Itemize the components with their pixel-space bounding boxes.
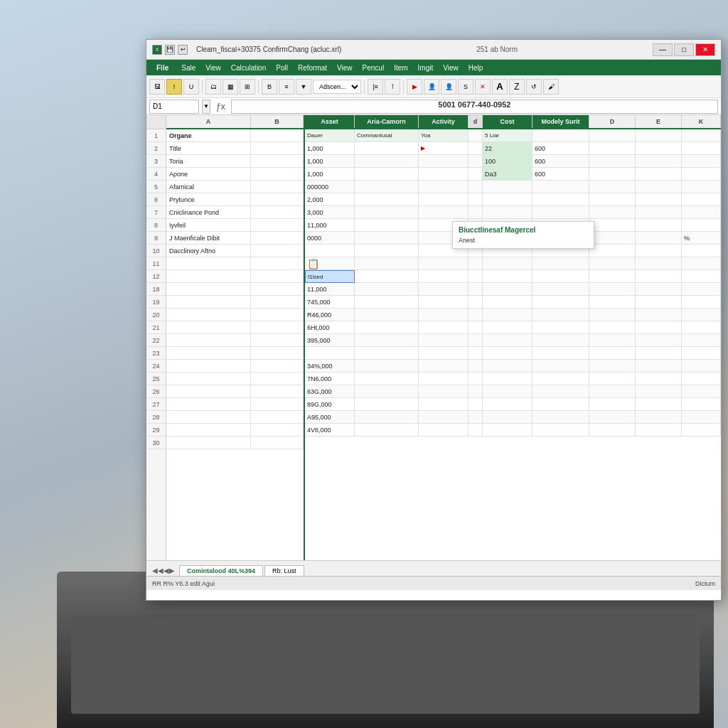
cell-k12[interactable] xyxy=(682,257,721,270)
cell-e12[interactable] xyxy=(483,257,532,270)
cell-a26[interactable] xyxy=(166,385,251,398)
cell-d29[interactable] xyxy=(355,411,419,424)
cell-e3[interactable]: 22 xyxy=(483,142,532,155)
cell-e29[interactable] xyxy=(483,411,532,424)
cell-blank23[interactable] xyxy=(469,334,483,347)
cell-mod3[interactable]: 600 xyxy=(532,142,589,155)
excel-icon-btn[interactable]: X xyxy=(152,45,162,55)
cell-d2-19[interactable] xyxy=(589,283,636,296)
cell-f5[interactable] xyxy=(419,168,469,181)
cell-d2-21[interactable] xyxy=(589,309,636,321)
col-header-d2[interactable]: D xyxy=(589,115,636,128)
cell-mod30[interactable] xyxy=(532,424,589,437)
font-dropdown[interactable]: Adscen... xyxy=(313,80,361,94)
cell-blank-sub[interactable] xyxy=(469,129,483,142)
cell-b27[interactable] xyxy=(251,398,304,411)
toolbar-btn-Z[interactable]: Z xyxy=(509,79,525,95)
cell-f6[interactable] xyxy=(419,181,469,193)
cell-b25[interactable] xyxy=(251,373,304,385)
cell-e2-6[interactable] xyxy=(636,181,682,193)
cell-e7[interactable] xyxy=(483,193,532,206)
cell-blank7[interactable] xyxy=(469,193,483,206)
cell-k30[interactable] xyxy=(682,424,721,437)
cell-d2-26[interactable] xyxy=(589,373,636,385)
cell-e22[interactable] xyxy=(483,321,532,334)
cell-d2-27[interactable] xyxy=(589,385,636,398)
toolbar-btn-person2[interactable]: 👤 xyxy=(441,79,456,95)
cell-b3[interactable] xyxy=(251,155,304,168)
cell-mod7[interactable] xyxy=(532,193,589,206)
toolbar-btn-9[interactable]: ▼ xyxy=(296,79,311,95)
cell-k18[interactable] xyxy=(682,270,721,283)
menu-file[interactable]: File xyxy=(149,63,176,73)
col-header-b[interactable]: B xyxy=(251,115,304,128)
cell-f20[interactable] xyxy=(419,296,469,309)
cell-d2-3[interactable] xyxy=(589,142,636,155)
cell-d8[interactable] xyxy=(355,206,419,219)
cell-k11[interactable] xyxy=(682,245,721,257)
cell-d7[interactable] xyxy=(355,193,419,206)
cell-k26[interactable] xyxy=(682,373,721,385)
toolbar-btn-8[interactable]: ≡ xyxy=(279,79,294,95)
cell-d19[interactable] xyxy=(355,283,419,296)
cell-e27[interactable] xyxy=(483,385,532,398)
cell-d9[interactable] xyxy=(355,219,419,232)
save-quick-btn[interactable]: 💾 xyxy=(165,45,175,55)
cell-b12[interactable] xyxy=(251,270,304,283)
cell-f29[interactable] xyxy=(419,411,469,424)
cell-mod22[interactable] xyxy=(532,321,589,334)
cell-f8[interactable] xyxy=(419,206,469,219)
cell-b23[interactable] xyxy=(251,347,304,360)
cell-d2-sub[interactable] xyxy=(589,129,636,142)
cell-d23[interactable] xyxy=(355,334,419,347)
menu-poll[interactable]: Poll xyxy=(272,63,292,73)
cell-d2-7[interactable] xyxy=(589,193,636,206)
cell-e23[interactable] xyxy=(483,334,532,347)
cell-a28[interactable] xyxy=(166,411,251,424)
cell-e2-7[interactable] xyxy=(636,193,682,206)
cell-a19[interactable] xyxy=(166,296,251,309)
cell-mod19[interactable] xyxy=(532,283,589,296)
cell-a11[interactable] xyxy=(166,257,251,270)
cell-c30[interactable]: 4V6,000 xyxy=(305,424,355,437)
cell-c5[interactable]: 1,000 xyxy=(305,168,355,181)
cell-e8[interactable] xyxy=(483,206,532,219)
cell-k24[interactable] xyxy=(682,347,721,360)
cell-b29[interactable] xyxy=(251,424,304,437)
cell-e18[interactable] xyxy=(483,270,532,283)
cell-e2-23[interactable] xyxy=(636,334,682,347)
cell-d2-12[interactable] xyxy=(589,257,636,270)
toolbar-btn-5[interactable]: ▦ xyxy=(223,79,238,95)
col-header-k[interactable]: K xyxy=(682,115,721,128)
cell-d22[interactable] xyxy=(355,321,419,334)
cell-f25[interactable] xyxy=(419,360,469,373)
cell-mod6[interactable] xyxy=(532,181,589,193)
cell-k4[interactable] xyxy=(682,155,721,168)
cell-k3[interactable] xyxy=(682,142,721,155)
cell-d25[interactable] xyxy=(355,360,419,373)
cell-blank22[interactable] xyxy=(469,321,483,334)
cell-reference-box[interactable]: D1 xyxy=(149,100,199,114)
cell-b19[interactable] xyxy=(251,296,304,309)
cell-c27[interactable]: 63G,000 xyxy=(305,385,355,398)
cell-e2-10[interactable] xyxy=(636,232,682,245)
cell-blank29[interactable] xyxy=(469,411,483,424)
cell-f21[interactable] xyxy=(419,309,469,321)
cell-d20[interactable] xyxy=(355,296,419,309)
menu-reformat[interactable]: Reformat xyxy=(294,63,331,73)
toolbar-btn-7[interactable]: B xyxy=(262,79,277,95)
cell-e2-4[interactable] xyxy=(636,155,682,168)
cell-d10[interactable] xyxy=(355,232,419,245)
cell-blank20[interactable] xyxy=(469,296,483,309)
cell-c8[interactable]: 3,000 xyxy=(305,206,355,219)
cell-e21[interactable] xyxy=(483,309,532,321)
menu-item[interactable]: Item xyxy=(390,63,412,73)
col-header-e[interactable]: Cost xyxy=(483,115,532,128)
menu-help[interactable]: Help xyxy=(464,63,488,73)
cell-b10[interactable] xyxy=(251,245,304,257)
cell-a4[interactable]: Apone xyxy=(166,168,251,181)
cell-e2-sub[interactable] xyxy=(636,129,682,142)
cell-d2-25[interactable] xyxy=(589,360,636,373)
cell-c22[interactable]: 6Ht,000 xyxy=(305,321,355,334)
col-header-f[interactable]: Activity xyxy=(419,115,469,128)
